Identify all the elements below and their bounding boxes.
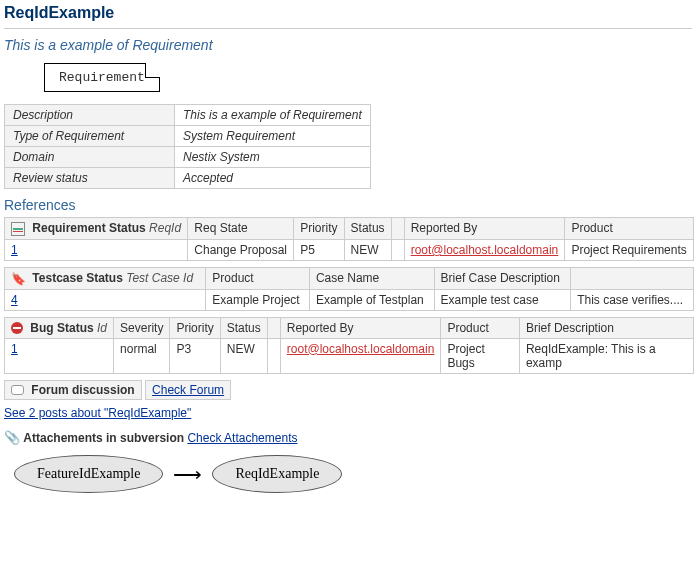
arrow-right-icon: ⟶ [173, 462, 202, 486]
details-table: Description This is a example of Require… [4, 104, 371, 189]
bug-id-col: Id [97, 321, 107, 335]
tc-extra: This case verifies.... [571, 289, 694, 310]
req-status-title: Requirement Status ReqId [5, 218, 188, 240]
req-id-link[interactable]: 1 [11, 243, 18, 257]
references-heading: References [4, 197, 692, 213]
kv-key: Domain [5, 147, 175, 168]
bug-product: Project Bugs [441, 338, 520, 373]
col-header [571, 267, 694, 289]
forum-section: Forum discussion Check Forum [4, 380, 692, 400]
table-row: 1 normal P3 NEW root@localhost.localdoma… [5, 338, 694, 373]
attachments-title: Attachements in subversion [23, 431, 184, 445]
col-header: Priority [170, 317, 220, 338]
col-header: Product [441, 317, 520, 338]
requirement-symbol: Requirement [44, 63, 692, 92]
spacer-cell [391, 239, 404, 260]
see-posts-link[interactable]: See 2 posts about "ReqIdExample" [4, 406, 191, 420]
col-header: Status [344, 218, 391, 240]
table-row: Type of Requirement System Requirement [5, 126, 371, 147]
col-header: Product [565, 218, 694, 240]
tc-brief: Example test case [434, 289, 571, 310]
tc-status-title-text: Testcase Status [32, 271, 123, 285]
diagram-from-node: FeatureIdExample [14, 455, 163, 493]
req-product: Project Requirements [565, 239, 694, 260]
page-title: ReqIdExample [4, 4, 692, 24]
diagram-to-node: ReqIdExample [212, 455, 342, 493]
tag-icon: 🔖 [11, 272, 25, 286]
trace-diagram: FeatureIdExample ⟶ ReqIdExample [4, 455, 692, 493]
spacer-cell [267, 338, 280, 373]
tc-product: Example Project [206, 289, 310, 310]
table-row: 1 Change Proposal P5 NEW root@localhost.… [5, 239, 694, 260]
col-header: Case Name [309, 267, 434, 289]
requirement-box-label: Requirement [44, 63, 160, 92]
check-forum-link[interactable]: Check Forum [152, 383, 224, 397]
kv-key: Description [5, 105, 175, 126]
tc-case-name: Example of Testplan [309, 289, 434, 310]
kv-value: Nestix System [175, 147, 371, 168]
bug-status-title-text: Bug Status [30, 321, 93, 335]
kv-value: This is a example of Requirement [175, 105, 371, 126]
req-reported-by-link[interactable]: root@localhost.localdomain [411, 243, 559, 257]
req-state: Change Proposal [188, 239, 294, 260]
page-subtitle: This is a example of Requirement [4, 37, 692, 53]
req-priority: P5 [294, 239, 344, 260]
kv-key: Review status [5, 168, 175, 189]
forum-title: Forum discussion [31, 383, 134, 397]
bug-brief: ReqIdExample: This is a examp [519, 338, 693, 373]
bug-reported-by-link[interactable]: root@localhost.localdomain [287, 342, 435, 356]
col-header [391, 218, 404, 240]
table-row: Description This is a example of Require… [5, 105, 371, 126]
col-header [267, 317, 280, 338]
title-divider [4, 28, 692, 29]
kv-key: Type of Requirement [5, 126, 175, 147]
tc-id-link[interactable]: 4 [11, 293, 18, 307]
requirement-status-table: Requirement Status ReqId Req State Prior… [4, 217, 694, 261]
col-header: Priority [294, 218, 344, 240]
bug-id-link[interactable]: 1 [11, 342, 18, 356]
col-header: Reported By [280, 317, 441, 338]
table-row: 4 Example Project Example of Testplan Ex… [5, 289, 694, 310]
attachment-icon: 📎 [4, 430, 20, 445]
col-header: Brief Case Description [434, 267, 571, 289]
col-header: Req State [188, 218, 294, 240]
col-header: Brief Description [519, 317, 693, 338]
bug-priority: P3 [170, 338, 220, 373]
req-status-title-text: Requirement Status [32, 221, 145, 235]
bug-status-value: NEW [220, 338, 267, 373]
table-row: Domain Nestix System [5, 147, 371, 168]
col-header: Reported By [404, 218, 565, 240]
col-header: Status [220, 317, 267, 338]
chart-icon [11, 222, 25, 236]
req-status-value: NEW [344, 239, 391, 260]
check-attachments-link[interactable]: Check Attachements [187, 431, 297, 445]
tc-id-col: Test Case Id [126, 271, 193, 285]
req-status-id-col: ReqId [149, 221, 181, 235]
bug-status-table: Bug Status Id Severity Priority Status R… [4, 317, 694, 374]
discussion-icon [11, 385, 24, 395]
kv-value: System Requirement [175, 126, 371, 147]
testcase-status-table: 🔖 Testcase Status Test Case Id Product C… [4, 267, 694, 311]
kv-value: Accepted [175, 168, 371, 189]
bug-status-title: Bug Status Id [5, 317, 114, 338]
table-row: Review status Accepted [5, 168, 371, 189]
col-header: Product [206, 267, 310, 289]
attachments-section: 📎 Attachements in subversion Check Attac… [4, 430, 692, 445]
stop-icon [11, 322, 23, 334]
col-header: Severity [114, 317, 170, 338]
bug-severity: normal [114, 338, 170, 373]
tc-status-title: 🔖 Testcase Status Test Case Id [5, 267, 206, 289]
